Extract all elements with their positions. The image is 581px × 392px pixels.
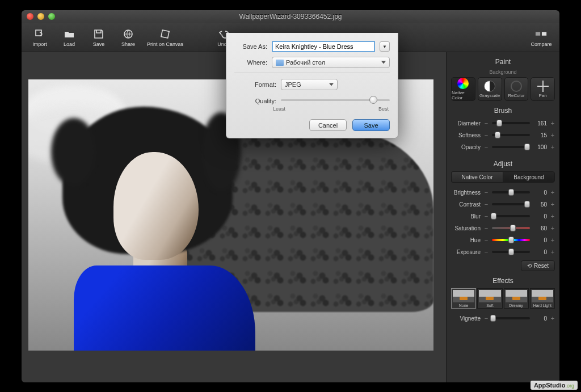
hue-slider[interactable]: [492, 239, 530, 241]
grayscale-icon: [484, 81, 495, 92]
opacity-plus[interactable]: +: [550, 144, 555, 150]
save-button[interactable]: Save: [352, 119, 390, 131]
effect-soft[interactable]: Soft: [477, 288, 502, 309]
where-label: Where:: [234, 59, 267, 66]
contrast-plus[interactable]: +: [550, 201, 555, 208]
grayscale-mode[interactable]: Grayscale: [478, 77, 502, 101]
quality-label: Quality:: [234, 98, 276, 104]
color-wheel-icon: [457, 78, 469, 89]
print-canvas-button[interactable]: Print on Canvas: [145, 24, 185, 50]
svg-rect-1: [161, 29, 169, 37]
blur-slider[interactable]: [492, 215, 530, 217]
import-label: Import: [32, 41, 47, 47]
load-label: Load: [64, 41, 75, 47]
diameter-plus[interactable]: +: [550, 120, 555, 127]
opacity-minus[interactable]: −: [484, 144, 489, 150]
diameter-slider-row: Diameter − 161 +: [451, 118, 555, 128]
format-select[interactable]: JPEG: [281, 79, 338, 90]
window-title: WallpaperWizard-3093366452.jpg: [22, 12, 559, 20]
chevron-down-icon: ▼: [382, 44, 387, 49]
effect-none[interactable]: None: [451, 288, 476, 309]
diameter-slider[interactable]: [492, 122, 530, 124]
pan-icon: [537, 81, 549, 92]
seg-native-color[interactable]: Native Color: [451, 171, 503, 183]
recolor-mode[interactable]: ReColor: [504, 77, 529, 101]
brush-title: Brush: [451, 107, 555, 115]
cancel-button[interactable]: Cancel: [309, 119, 347, 131]
blur-plus[interactable]: +: [550, 213, 555, 220]
brightness-minus[interactable]: −: [484, 189, 489, 196]
load-button[interactable]: Load: [57, 24, 82, 50]
contrast-slider[interactable]: [492, 203, 530, 205]
globe-icon: [122, 28, 134, 40]
native-color-mode[interactable]: Native Color: [451, 77, 475, 101]
brightness-plus[interactable]: +: [550, 189, 555, 196]
import-button[interactable]: Import: [27, 24, 52, 50]
where-select[interactable]: Рабочий стол: [272, 57, 390, 68]
compare-icon: [535, 28, 548, 40]
save-as-label: Save As:: [234, 43, 267, 50]
recolor-icon: [511, 81, 522, 92]
save-dialog: Save As: ▼ Where: Рабочий стол Format: J…: [226, 33, 398, 138]
softness-minus[interactable]: −: [484, 132, 489, 138]
share-label: Share: [121, 41, 135, 47]
vignette-minus[interactable]: −: [484, 315, 489, 322]
compare-button[interactable]: Compare: [529, 24, 554, 50]
import-icon: [33, 28, 46, 40]
brightness-slider[interactable]: [492, 191, 530, 193]
blur-minus[interactable]: −: [484, 213, 489, 220]
save-toolbar-button[interactable]: Save: [86, 24, 111, 50]
adjust-segmented: Native Color Background: [451, 171, 555, 183]
contrast-minus[interactable]: −: [484, 201, 489, 208]
softness-slider[interactable]: [492, 134, 530, 136]
diameter-minus[interactable]: −: [484, 120, 489, 127]
folder-small-icon: [276, 60, 284, 66]
opacity-slider-row: Opacity − 100 +: [451, 142, 555, 152]
sidebar: Paint Background Native Color Grayscale …: [446, 52, 559, 382]
reset-button[interactable]: ⟲Reset: [521, 260, 555, 271]
pan-mode[interactable]: Pan: [531, 77, 555, 101]
paint-title: Paint: [451, 58, 555, 66]
hue-plus[interactable]: +: [550, 237, 555, 243]
filename-input[interactable]: [272, 41, 375, 52]
quality-slider[interactable]: [281, 95, 390, 107]
watermark: AppStudio.org: [531, 381, 578, 390]
adjust-title: Adjust: [451, 160, 555, 168]
saturation-minus[interactable]: −: [484, 225, 489, 231]
expand-dialog-button[interactable]: ▼: [380, 41, 390, 52]
disk-icon: [92, 28, 105, 40]
saturation-slider[interactable]: [492, 227, 530, 229]
exposure-slider[interactable]: [492, 251, 530, 253]
effects-row: None Soft Dreamy Hard Light: [451, 288, 555, 309]
format-label: Format:: [234, 81, 276, 88]
softness-plus[interactable]: +: [550, 132, 555, 138]
app-window: WallpaperWizard-3093366452.jpg Import Lo…: [22, 10, 559, 382]
exposure-plus[interactable]: +: [550, 248, 555, 255]
titlebar: WallpaperWizard-3093366452.jpg: [22, 10, 559, 23]
canvas-icon: [159, 28, 171, 40]
vignette-slider[interactable]: [492, 317, 530, 319]
effects-title: Effects: [451, 277, 555, 285]
hue-minus[interactable]: −: [484, 237, 489, 243]
saturation-plus[interactable]: +: [550, 225, 555, 231]
compare-label: Compare: [531, 41, 551, 47]
folder-icon: [63, 28, 75, 40]
dialog-divider: [234, 73, 390, 73]
paint-modes: Native Color Grayscale ReColor Pan: [451, 77, 555, 101]
paint-sublabel: Background: [451, 69, 555, 75]
svg-rect-3: [542, 32, 546, 35]
share-button[interactable]: Share: [116, 24, 141, 50]
svg-rect-2: [536, 32, 540, 35]
print-canvas-label: Print on Canvas: [147, 41, 183, 47]
seg-background[interactable]: Background: [503, 171, 555, 183]
exposure-minus[interactable]: −: [484, 248, 489, 255]
reset-icon: ⟲: [527, 263, 532, 269]
effect-dreamy[interactable]: Dreamy: [504, 288, 529, 309]
opacity-slider[interactable]: [492, 146, 530, 148]
vignette-plus[interactable]: +: [550, 315, 555, 322]
effect-hard-light[interactable]: Hard Light: [530, 288, 555, 309]
softness-slider-row: Softness − 15 +: [451, 130, 555, 140]
save-toolbar-label: Save: [93, 41, 105, 47]
